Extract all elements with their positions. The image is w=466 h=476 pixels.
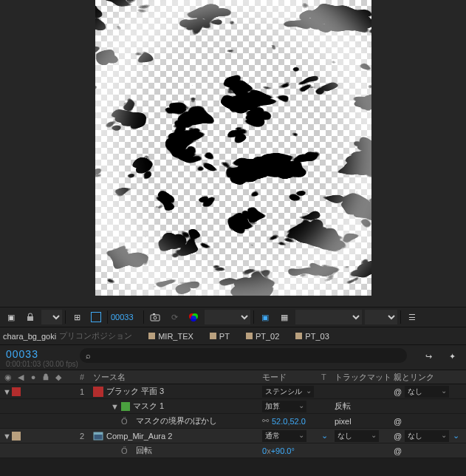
grid-icon[interactable] [88,309,104,325]
pickwhip-icon[interactable]: @ [394,387,402,396]
audio-column-icon[interactable]: ◀ [16,372,26,382]
transparency-icon[interactable]: ▦ [276,309,292,325]
mode-column[interactable]: モード [262,372,321,383]
rgb-icon[interactable] [185,309,202,325]
current-frame[interactable]: 00033 [111,313,140,322]
pickwhip-icon[interactable]: @ [394,417,402,426]
tab-mir-tex[interactable]: MIR_TEX [148,332,193,341]
column-header: ◉ ◀ ● ◆ # ソース名 モード T トラックマット 親とリンク [0,370,466,384]
shy-icon[interactable]: ↪ [420,348,436,364]
layer-index: 1 [80,387,93,396]
rotation-degrees[interactable]: +90.0° [271,446,295,455]
mask-name[interactable]: マスク 1 [133,401,164,412]
search-input[interactable] [95,351,401,360]
twirl-icon[interactable]: ▼ [3,432,10,441]
roi-icon[interactable]: ▣ [257,309,273,325]
parent-select[interactable]: なし [405,430,449,442]
t-column[interactable]: T [321,373,335,381]
view-layout-select[interactable]: 1画面 [365,310,397,324]
twirl-icon[interactable]: ▼ [3,387,10,396]
unit-label: pixel [335,417,352,426]
preview-toolbar: ▣ 50 % ⊞ 00033 ⟳ フル画質 ▣ ▦ アクティブカメラ 1画面 ☰ [0,307,466,327]
num-column[interactable]: # [80,373,93,381]
tab-pt-02[interactable]: PT_02 [246,332,279,341]
layer-index: 2 [80,432,93,441]
parent-select[interactable]: なし [405,386,449,398]
rotation-row[interactable]: Ő 回転 0x+90.0° @ [0,443,466,458]
svg-rect-9 [94,432,103,435]
search-icon: ⌕ [86,351,91,360]
zoom-select[interactable]: 50 % [41,310,62,324]
lock-icon[interactable] [22,309,38,325]
layer-search[interactable]: ⌕ [80,348,407,363]
svg-rect-4 [153,313,155,315]
solid-icon [93,387,103,397]
stopwatch-icon[interactable]: Ő [121,417,128,426]
blend-mode-select[interactable]: 通常 [262,430,306,442]
layer-name[interactable]: ブラック 平面 3 [106,386,164,397]
svg-point-3 [154,316,157,319]
layer-row-2[interactable]: ▼ 2 Comp_Mir_Aura 2 通常 ⌄ なし @なし ⌄ [0,429,466,443]
trackmatte-column[interactable]: トラックマット [335,372,394,383]
camera-select[interactable]: アクティブカメラ [295,310,362,324]
comp-icon [93,431,103,441]
svg-point-7 [191,316,196,322]
panel-tabs: chara_bg_goki プリコンポジション MIR_TEX PT PT_02… [0,327,466,345]
mask-row[interactable]: ▼マスク 1 加算 反転 [0,399,466,414]
pickwhip-icon[interactable]: @ [394,446,402,455]
parent-column[interactable]: 親とリンク [394,372,453,383]
layer-row-1[interactable]: ▼ 1 ブラック 平面 3 ステンシル @なし [0,384,466,399]
layers-icon[interactable]: ⊞ [69,309,85,325]
tab-pt[interactable]: PT [210,332,230,341]
layer-name[interactable]: Comp_Mir_Aura 2 [106,432,172,441]
tab-pt-03[interactable]: PT_03 [295,332,329,341]
mask-invert-label[interactable]: 反転 [335,401,351,412]
lock-column-icon[interactable] [41,372,51,382]
solo-column-icon[interactable]: ● [28,372,38,382]
mask-color[interactable] [121,402,130,411]
timeline-header: 00033 0:00:01:03 (30.00 fps) ⌕ ↪ ✦ [0,345,466,370]
twirl-icon[interactable]: ▼ [111,402,118,411]
label-column-icon[interactable]: ◆ [53,372,64,382]
stopwatch-icon[interactable]: Ő [121,446,128,455]
mask-mode-icon[interactable]: ▣ [3,309,19,325]
channels-icon[interactable]: ⟳ [166,309,182,325]
label-color[interactable] [12,432,21,441]
svg-rect-2 [151,315,160,321]
preview-content [95,0,371,296]
collapse-icon[interactable]: ☰ [404,309,420,325]
property-value[interactable]: 52.0,52.0 [272,417,306,426]
blend-mode-select[interactable]: ステンシル [262,386,314,398]
preview-area [0,0,466,307]
resolution-select[interactable]: フル画質 [205,310,250,324]
name-column[interactable]: ソース名 [93,372,262,383]
composition-preview[interactable] [95,0,371,296]
pickwhip-icon[interactable]: @ [394,432,402,441]
mask-mode-select[interactable]: 加算 [262,401,306,412]
mask-feather-row[interactable]: Ő マスクの境界のぼかし ⚯52.0,52.0 pixel @ [0,414,466,429]
snapshot-icon[interactable] [147,309,163,325]
link-dimensions-icon[interactable]: ⚯ [262,416,269,426]
property-name: 回転 [136,445,152,456]
property-name: マスクの境界のぼかし [136,415,217,426]
trkmat-select[interactable]: なし [335,430,379,442]
render-queue-icon[interactable]: ✦ [444,348,460,364]
video-column-icon[interactable]: ◉ [3,372,13,382]
tab-chara-bg-goki[interactable]: chara_bg_goki プリコンポジション [3,330,132,341]
label-color[interactable] [12,387,21,396]
